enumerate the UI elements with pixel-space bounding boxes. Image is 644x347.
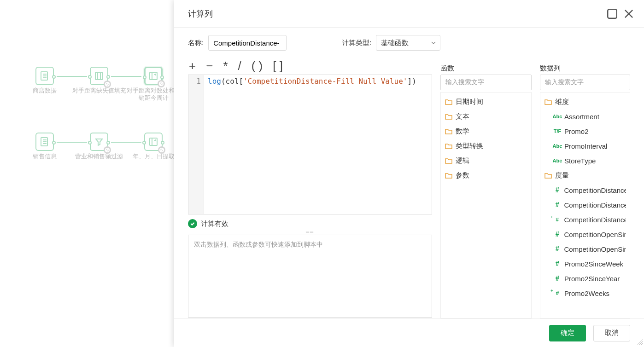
folder-icon [544, 172, 552, 179]
data-columns-tree[interactable]: 维度AbcAssortmentT/FPromo2AbcPromoInterval… [540, 92, 630, 318]
check-circle-icon [188, 219, 197, 228]
data-column-label: PromoInterval [564, 142, 607, 150]
data-column-label: CompetitionDistance [564, 216, 626, 224]
data-column-label: CompetitionOpenSin [564, 245, 626, 253]
folder-icon [445, 143, 453, 149]
data-column-item[interactable]: AbcStoreType [540, 153, 630, 168]
dialog-title: 计算列 [188, 8, 602, 19]
computed-column-dialog: 计算列 名称: 计算类型: 基础函数 +−*/( )[ ] [174, 0, 644, 347]
data-column-label: CompetitionDistance [564, 201, 626, 209]
data-column-item[interactable]: T/FPromo2 [540, 124, 630, 139]
resize-handle-icon[interactable]: ══ [188, 230, 432, 234]
text-type-icon: Abc [553, 114, 562, 119]
function-folder[interactable]: 文本 [441, 109, 531, 124]
operator-button[interactable]: ( ) [252, 60, 263, 72]
dialog-footer: 确定 取消 [174, 318, 644, 347]
function-folder-label: 日期时间 [456, 98, 483, 106]
data-group-label: 度量 [555, 171, 569, 180]
chevron-down-icon [431, 39, 436, 47]
type-select-value: 基础函数 [381, 39, 409, 47]
operator-button[interactable]: + [189, 60, 196, 72]
folder-icon [445, 157, 453, 164]
dialog-body: 名称: 计算类型: 基础函数 +−*/( )[ ] 1 log(col['Com… [174, 28, 644, 318]
ok-button-label: 确定 [561, 329, 574, 337]
function-folder-label: 逻辑 [456, 156, 469, 165]
functions-search-placeholder: 输入搜索文字 [445, 78, 484, 87]
data-column-item[interactable]: #Promo2SinceWeek [540, 256, 630, 271]
function-folder[interactable]: 类型转换 [441, 139, 531, 153]
boolean-type-icon: T/F [553, 128, 562, 134]
data-column-item[interactable]: #Promo2Weeks [540, 286, 630, 301]
number-type-icon: # [553, 274, 562, 283]
operator-button[interactable]: * [223, 60, 228, 72]
status-text: 计算有效 [201, 220, 228, 228]
data-column-label: Promo2Weeks [564, 289, 609, 297]
name-input[interactable] [208, 35, 287, 51]
code-content[interactable]: log(col['CompetitionDistance-Fill Null V… [204, 75, 432, 214]
hint-text: 双击数据列、函数或参数可快速添加到脚本中 [194, 241, 323, 248]
data-columns-search[interactable]: 输入搜索文字 [540, 75, 630, 90]
functions-panel: 函数 输入搜索文字 日期时间文本数学类型转换逻辑参数 [440, 59, 532, 318]
functions-tree[interactable]: 日期时间文本数学类型转换逻辑参数 [440, 92, 532, 318]
function-folder[interactable]: 数学 [441, 124, 531, 139]
operator-button[interactable]: / [238, 60, 241, 72]
data-column-label: StoreType [564, 157, 596, 165]
function-folder-label: 参数 [456, 171, 469, 180]
data-columns-panel: 数据列 输入搜索文字 维度AbcAssortmentT/FPromo2AbcPr… [540, 59, 630, 318]
operator-button[interactable]: − [206, 60, 213, 72]
form-row: 名称: 计算类型: 基础函数 [188, 35, 630, 51]
function-folder[interactable]: 参数 [441, 168, 531, 183]
functions-panel-title: 函数 [440, 59, 532, 73]
code-editor[interactable]: 1 log(col['CompetitionDistance-Fill Null… [188, 75, 432, 214]
folder-icon [445, 172, 453, 179]
hint-box: 双击数据列、函数或参数可快速添加到脚本中 [188, 235, 432, 318]
data-column-item[interactable]: #CompetitionDistance [540, 197, 630, 212]
editor-column: +−*/( )[ ] 1 log(col['CompetitionDistanc… [188, 59, 432, 318]
data-column-label: Promo2SinceYear [564, 275, 620, 283]
data-group[interactable]: 度量 [540, 168, 630, 183]
number-type-icon: # [553, 230, 561, 238]
function-folder[interactable]: 日期时间 [441, 94, 531, 109]
data-columns-search-placeholder: 输入搜索文字 [545, 78, 584, 87]
type-label: 计算类型: [342, 39, 371, 47]
type-select[interactable]: 基础函数 [376, 35, 440, 51]
name-label: 名称: [188, 39, 204, 47]
data-column-item[interactable]: #CompetitionOpenSin [540, 227, 630, 242]
text-type-icon: Abc [553, 158, 562, 163]
resize-grip-icon[interactable] [636, 337, 643, 346]
main-area: +−*/( )[ ] 1 log(col['CompetitionDistanc… [188, 59, 630, 318]
number-type-icon: # [553, 186, 562, 194]
folder-icon [445, 113, 453, 120]
function-folder[interactable]: 逻辑 [441, 153, 531, 168]
number-type-icon: # [553, 260, 562, 268]
cancel-button-label: 取消 [605, 329, 619, 337]
data-column-label: CompetitionOpenSin [564, 231, 626, 238]
function-folder-label: 类型转换 [456, 142, 483, 150]
functions-search[interactable]: 输入搜索文字 [440, 75, 532, 90]
data-column-label: Promo2SinceWeek [564, 260, 623, 268]
maximize-icon[interactable] [606, 8, 618, 20]
data-column-item[interactable]: AbcAssortment [540, 109, 630, 124]
data-group[interactable]: 维度 [540, 94, 630, 109]
text-type-icon: Abc [553, 143, 562, 149]
line-number: 1 [188, 77, 201, 86]
data-column-item[interactable]: #Promo2SinceYear [540, 271, 630, 286]
operator-button[interactable]: [ ] [273, 60, 283, 72]
data-column-item[interactable]: #CompetitionDistance [540, 212, 630, 227]
data-column-label: Promo2 [564, 127, 589, 135]
data-column-item[interactable]: #CompetitionOpenSin [540, 242, 630, 256]
computed-number-type-icon: # [553, 289, 562, 297]
dialog-header: 计算列 [174, 0, 644, 28]
number-type-icon: # [553, 201, 562, 209]
data-column-item[interactable]: AbcPromoInterval [540, 139, 630, 153]
function-folder-label: 文本 [456, 112, 469, 121]
cancel-button[interactable]: 取消 [593, 325, 630, 341]
data-group-label: 维度 [555, 98, 569, 106]
data-columns-panel-title: 数据列 [540, 59, 630, 73]
data-column-item[interactable]: #CompetitionDistance [540, 183, 630, 197]
ok-button[interactable]: 确定 [549, 325, 586, 341]
close-icon[interactable] [623, 8, 635, 20]
svg-rect-9 [608, 9, 617, 18]
computed-number-type-icon: # [553, 216, 562, 223]
function-folder-label: 数学 [456, 127, 469, 136]
